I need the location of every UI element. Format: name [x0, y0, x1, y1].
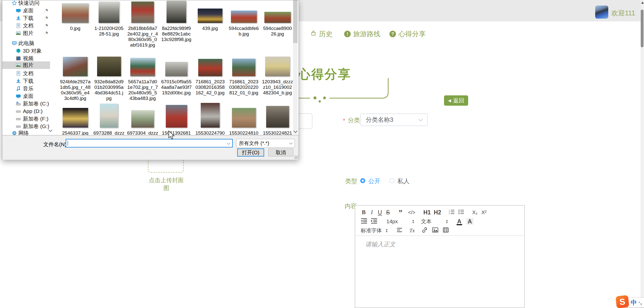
radio-public-label[interactable]: 公开: [368, 177, 380, 185]
sidebar-item-pictures[interactable]: 图片: [2, 29, 58, 37]
background-color-button[interactable]: A: [466, 218, 473, 225]
sidebar-item-3d-objects[interactable]: 3D 对象: [2, 47, 58, 55]
sidebar-item-documents-2[interactable]: 文档: [2, 70, 58, 77]
italic-button[interactable]: I: [369, 209, 375, 216]
screen: 欢迎111 历史 ! 旅游路线 ? 心得分享 心得分享 ◀ 返回 * 分类 分类…: [0, 0, 644, 308]
cancel-button[interactable]: 取消: [268, 148, 293, 157]
indent-icon[interactable]: [371, 218, 377, 225]
video-icon[interactable]: [443, 227, 449, 234]
file-item[interactable]: 150113926815: [161, 103, 192, 136]
sidebar-item-downloads-2[interactable]: 下载: [2, 77, 58, 85]
open-button[interactable]: 打开(O): [237, 148, 264, 157]
ordered-list-icon[interactable]: 123: [449, 209, 455, 216]
subscript-button[interactable]: X₂: [472, 209, 478, 216]
sidebar-item-pictures-selected[interactable]: 图片: [2, 61, 50, 69]
file-item[interactable]: 6973288_dzzzz: [93, 103, 125, 136]
sidebar-label: 音乐: [23, 85, 33, 92]
file-item[interactable]: 155302248212: [262, 103, 293, 136]
page-scrollbar-thumb[interactable]: [641, 10, 643, 47]
file-item[interactable]: 924bfde2927a1db5.jpg_r_480x360x95_e43c4d…: [60, 56, 91, 101]
link-icon[interactable]: [422, 227, 428, 234]
file-list-scrollbar-thumb[interactable]: [293, 0, 298, 43]
file-thumbnail: [63, 108, 88, 128]
strikethrough-button[interactable]: S: [385, 209, 391, 216]
bold-button[interactable]: B: [361, 209, 367, 216]
file-thumbnail: [231, 11, 257, 23]
superscript-button[interactable]: X²: [481, 209, 487, 216]
back-button[interactable]: ◀ 返回: [444, 95, 468, 106]
nav-item-history[interactable]: 历史: [310, 29, 333, 39]
sidebar-item-drive-c[interactable]: 新加卷 (C:): [2, 100, 58, 107]
radio-public[interactable]: [360, 178, 365, 183]
clear-format-button[interactable]: Tx: [409, 227, 415, 234]
file-item[interactable]: 155302248103: [228, 103, 259, 136]
file-item[interactable]: 716861_202303082020220812_01_0.jpg: [228, 56, 259, 96]
drive-icon: [16, 109, 21, 114]
outdent-icon[interactable]: [361, 218, 367, 225]
sidebar-item-this-pc[interactable]: 此电脑: [2, 40, 58, 47]
image-icon[interactable]: [432, 227, 438, 234]
cover-upload-hint[interactable]: 点击上传封面图: [146, 176, 186, 192]
filename-input[interactable]: [66, 139, 233, 147]
file-item[interactable]: 932e8da82d901b2030995a4bd364dc51.jpg: [93, 56, 125, 101]
sidebar-item-desktop[interactable]: 桌面: [2, 7, 58, 14]
file-item[interactable]: 0.jpg: [60, 1, 91, 31]
category-select[interactable]: 分类名称3: [360, 113, 428, 126]
file-item[interactable]: 2b818bb58a72e402.jpg_r_480x360x95_0abf16…: [127, 1, 158, 48]
file-item[interactable]: 67015c0f9a554aa8a7ae93f7192d00bc.jpg: [161, 56, 192, 96]
h2-button[interactable]: H2: [434, 209, 441, 216]
font-size-picker[interactable]: 14px ▴▾: [386, 218, 414, 224]
file-item[interactable]: 716861_202303082016358162_42_0.jpg: [194, 56, 226, 96]
sidebar-item-music[interactable]: 音乐: [2, 85, 58, 92]
file-item[interactable]: 2546337.jpg: [60, 103, 91, 136]
code-block-icon[interactable]: </>: [408, 209, 415, 216]
align-icon[interactable]: [396, 227, 403, 234]
bullet-list-icon[interactable]: [458, 209, 464, 216]
back-arrow-icon: ◀: [448, 98, 451, 103]
file-item[interactable]: 8a22fdc989f98e8829c1abc13c928f98.jpg: [161, 1, 192, 42]
file-item[interactable]: 439.jpg: [194, 1, 226, 31]
system-drive-icon: [16, 101, 21, 106]
sidebar-item-downloads[interactable]: 下载: [2, 14, 58, 22]
editor-toolbar: B I U S ” </> H1 H2 123 X₂ X²: [355, 206, 524, 236]
ime-punctuation-indicator[interactable]: ·,: [638, 299, 642, 306]
sidebar-label: 下载: [23, 15, 33, 22]
radio-private[interactable]: [389, 178, 394, 183]
sidebar-item-documents[interactable]: 文档: [2, 22, 58, 29]
drive-icon: [16, 124, 21, 129]
nav-item-routes[interactable]: ! 旅游路线: [344, 29, 380, 39]
h1-button[interactable]: H1: [423, 209, 431, 216]
header-format-picker[interactable]: 文本 ▴▾: [421, 218, 448, 225]
file-item[interactable]: 6973304_dzzzz: [127, 103, 158, 136]
avatar[interactable]: [595, 6, 608, 19]
file-item[interactable]: 155302247905: [194, 103, 226, 136]
font-family-picker[interactable]: 标准字体 ▴▾: [361, 227, 387, 234]
sidebar-item-drive-d[interactable]: App (D:): [2, 107, 58, 115]
dialog-footer: 文件名(N): 所有文件 (*.*) 打开(O) 取消: [2, 135, 299, 160]
blockquote-icon[interactable]: ”: [397, 209, 404, 216]
text-color-button[interactable]: A: [456, 218, 462, 225]
chevron-down-icon[interactable]: [227, 141, 230, 145]
sidebar-item-drive-f[interactable]: 新加卷 (F:): [2, 115, 58, 123]
text-caret: [68, 141, 68, 146]
editor-placeholder[interactable]: 请输入正文: [365, 240, 395, 248]
sidebar-item-desktop-2[interactable]: 桌面: [2, 92, 58, 100]
file-item[interactable]: 1-21020H20528-51.jpg: [93, 1, 125, 37]
sidebar-item-videos[interactable]: 视频: [2, 55, 58, 62]
file-item[interactable]: 1203943_dzzzz10_1619002482304_b.jpg: [262, 56, 293, 96]
resize-grip[interactable]: [294, 156, 298, 159]
sogou-logo-icon[interactable]: S: [616, 295, 629, 308]
page-scrollbar-up-icon[interactable]: [641, 2, 644, 4]
heading-decoration: [287, 75, 395, 103]
file-item[interactable]: 594ccaddbfe6b.jpg: [228, 1, 259, 37]
ime-status-bar[interactable]: S 中 ·,: [619, 297, 644, 307]
sidebar-item-quick-access[interactable]: 快速访问: [2, 0, 58, 7]
file-item[interactable]: 594ccae890026.jpg: [262, 1, 293, 37]
file-item[interactable]: 5657a11a7d01e702.jpg_r_720x480x95_543ba4…: [127, 56, 158, 101]
ime-language-indicator[interactable]: 中: [631, 298, 637, 307]
radio-private-label[interactable]: 私人: [397, 177, 410, 185]
filetype-select[interactable]: 所有文件 (*.*): [236, 139, 295, 147]
sidebar-label: 文档: [23, 22, 33, 29]
nav-item-sharing[interactable]: ? 心得分享: [389, 29, 426, 39]
underline-button[interactable]: U: [377, 209, 383, 216]
